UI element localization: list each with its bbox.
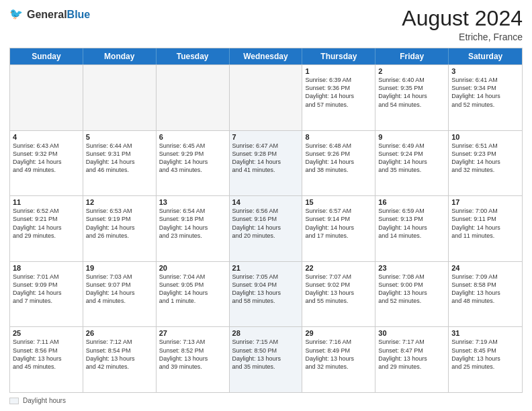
- day-number-7: 7: [232, 133, 300, 141]
- cal-week-2: 11Sunrise: 6:52 AM Sunset: 9:21 PM Dayli…: [10, 195, 522, 261]
- cal-cell-day-17: 17Sunrise: 7:00 AM Sunset: 9:11 PM Dayli…: [449, 196, 522, 261]
- cell-content-2: Sunrise: 6:40 AM Sunset: 9:35 PM Dayligh…: [378, 76, 445, 109]
- cell-content-8: Sunrise: 6:48 AM Sunset: 9:26 PM Dayligh…: [305, 142, 372, 175]
- cal-cell-day-9: 9Sunrise: 6:49 AM Sunset: 9:24 PM Daylig…: [375, 131, 449, 196]
- page: 🐦 GeneralBlue August 2024 Etriche, Franc…: [0, 0, 532, 411]
- cal-cell-day-6: 6Sunrise: 6:45 AM Sunset: 9:29 PM Daylig…: [157, 131, 230, 196]
- cal-cell-empty: [230, 65, 303, 130]
- day-number-11: 11: [13, 198, 80, 206]
- cell-content-7: Sunrise: 6:47 AM Sunset: 9:28 PM Dayligh…: [232, 142, 300, 175]
- cal-cell-day-16: 16Sunrise: 6:59 AM Sunset: 9:13 PM Dayli…: [375, 196, 449, 261]
- cell-content-9: Sunrise: 6:49 AM Sunset: 9:24 PM Dayligh…: [378, 142, 445, 175]
- day-number-1: 1: [305, 67, 372, 75]
- cal-cell-day-14: 14Sunrise: 6:56 AM Sunset: 9:16 PM Dayli…: [230, 196, 303, 261]
- cell-content-1: Sunrise: 6:39 AM Sunset: 9:36 PM Dayligh…: [305, 76, 372, 109]
- logo-bird-icon: 🐦: [9, 7, 26, 23]
- cal-header-sunday: Sunday: [10, 48, 83, 64]
- cal-header-wednesday: Wednesday: [230, 48, 303, 64]
- cal-cell-day-30: 30Sunrise: 7:17 AM Sunset: 8:47 PM Dayli…: [375, 327, 449, 392]
- day-number-18: 18: [13, 264, 80, 272]
- cell-content-25: Sunrise: 7:11 AM Sunset: 8:56 PM Dayligh…: [13, 338, 80, 371]
- cell-content-24: Sunrise: 7:09 AM Sunset: 8:58 PM Dayligh…: [451, 273, 519, 306]
- legend-label: Daylight hours: [23, 397, 66, 404]
- cal-cell-day-5: 5Sunrise: 6:44 AM Sunset: 9:31 PM Daylig…: [83, 131, 157, 196]
- cell-content-22: Sunrise: 7:07 AM Sunset: 9:02 PM Dayligh…: [305, 273, 372, 306]
- day-number-27: 27: [159, 329, 226, 337]
- header: 🐦 GeneralBlue August 2024 Etriche, Franc…: [9, 7, 523, 42]
- day-number-20: 20: [159, 264, 226, 272]
- day-number-23: 23: [378, 264, 445, 272]
- cal-cell-day-28: 28Sunrise: 7:15 AM Sunset: 8:50 PM Dayli…: [230, 327, 303, 392]
- month-year-title: August 2024: [402, 7, 523, 30]
- cal-cell-empty: [10, 65, 83, 130]
- day-number-10: 10: [451, 133, 519, 141]
- svg-text:🐦: 🐦: [9, 7, 23, 20]
- cal-header-thursday: Thursday: [302, 48, 375, 64]
- day-number-30: 30: [378, 329, 445, 337]
- cell-content-3: Sunrise: 6:41 AM Sunset: 9:34 PM Dayligh…: [451, 76, 519, 109]
- cell-content-21: Sunrise: 7:05 AM Sunset: 9:04 PM Dayligh…: [232, 273, 300, 306]
- cell-content-28: Sunrise: 7:15 AM Sunset: 8:50 PM Dayligh…: [232, 338, 300, 371]
- day-number-14: 14: [232, 198, 300, 206]
- logo: 🐦 GeneralBlue: [9, 7, 90, 23]
- cell-content-19: Sunrise: 7:03 AM Sunset: 9:07 PM Dayligh…: [86, 273, 153, 306]
- cal-cell-day-3: 3Sunrise: 6:41 AM Sunset: 9:34 PM Daylig…: [449, 65, 522, 130]
- cell-content-15: Sunrise: 6:57 AM Sunset: 9:14 PM Dayligh…: [305, 207, 372, 240]
- cal-cell-empty: [157, 65, 230, 130]
- calendar-header-row: SundayMondayTuesdayWednesdayThursdayFrid…: [10, 48, 522, 64]
- day-number-31: 31: [451, 329, 519, 337]
- cal-week-3: 18Sunrise: 7:01 AM Sunset: 9:09 PM Dayli…: [10, 261, 522, 327]
- cal-header-tuesday: Tuesday: [157, 48, 230, 64]
- title-block: August 2024 Etriche, France: [402, 7, 523, 42]
- day-number-3: 3: [451, 67, 519, 75]
- cell-content-23: Sunrise: 7:08 AM Sunset: 9:00 PM Dayligh…: [378, 273, 445, 306]
- cal-header-saturday: Saturday: [449, 48, 522, 64]
- cal-cell-day-20: 20Sunrise: 7:04 AM Sunset: 9:05 PM Dayli…: [157, 262, 230, 327]
- cal-cell-day-8: 8Sunrise: 6:48 AM Sunset: 9:26 PM Daylig…: [302, 131, 375, 196]
- cell-content-20: Sunrise: 7:04 AM Sunset: 9:05 PM Dayligh…: [159, 273, 226, 306]
- cal-cell-day-26: 26Sunrise: 7:12 AM Sunset: 8:54 PM Dayli…: [83, 327, 157, 392]
- cal-cell-day-11: 11Sunrise: 6:52 AM Sunset: 9:21 PM Dayli…: [10, 196, 83, 261]
- day-number-9: 9: [378, 133, 445, 141]
- day-number-8: 8: [305, 133, 372, 141]
- cell-content-30: Sunrise: 7:17 AM Sunset: 8:47 PM Dayligh…: [378, 338, 445, 371]
- cal-week-1: 4Sunrise: 6:43 AM Sunset: 9:32 PM Daylig…: [10, 130, 522, 196]
- calendar: SundayMondayTuesdayWednesdayThursdayFrid…: [9, 48, 523, 393]
- cell-content-10: Sunrise: 6:51 AM Sunset: 9:23 PM Dayligh…: [451, 142, 519, 175]
- cal-cell-day-4: 4Sunrise: 6:43 AM Sunset: 9:32 PM Daylig…: [10, 131, 83, 196]
- cell-content-6: Sunrise: 6:45 AM Sunset: 9:29 PM Dayligh…: [159, 142, 226, 175]
- cal-week-0: 1Sunrise: 6:39 AM Sunset: 9:36 PM Daylig…: [10, 64, 522, 130]
- cal-cell-empty: [83, 65, 157, 130]
- day-number-24: 24: [451, 264, 519, 272]
- legend-box-icon: [9, 398, 19, 404]
- cal-cell-day-15: 15Sunrise: 6:57 AM Sunset: 9:14 PM Dayli…: [302, 196, 375, 261]
- cal-cell-day-31: 31Sunrise: 7:19 AM Sunset: 8:45 PM Dayli…: [449, 327, 522, 392]
- cell-content-16: Sunrise: 6:59 AM Sunset: 9:13 PM Dayligh…: [378, 207, 445, 240]
- calendar-body: 1Sunrise: 6:39 AM Sunset: 9:36 PM Daylig…: [10, 64, 522, 392]
- cell-content-29: Sunrise: 7:16 AM Sunset: 8:49 PM Dayligh…: [305, 338, 372, 371]
- cal-cell-day-7: 7Sunrise: 6:47 AM Sunset: 9:28 PM Daylig…: [230, 131, 303, 196]
- cal-cell-day-27: 27Sunrise: 7:13 AM Sunset: 8:52 PM Dayli…: [157, 327, 230, 392]
- day-number-5: 5: [86, 133, 153, 141]
- cell-content-12: Sunrise: 6:53 AM Sunset: 9:19 PM Dayligh…: [86, 207, 153, 240]
- cal-cell-day-1: 1Sunrise: 6:39 AM Sunset: 9:36 PM Daylig…: [302, 65, 375, 130]
- cell-content-27: Sunrise: 7:13 AM Sunset: 8:52 PM Dayligh…: [159, 338, 226, 371]
- day-number-21: 21: [232, 264, 300, 272]
- day-number-16: 16: [378, 198, 445, 206]
- cal-cell-day-10: 10Sunrise: 6:51 AM Sunset: 9:23 PM Dayli…: [449, 131, 522, 196]
- day-number-25: 25: [13, 329, 80, 337]
- location-subtitle: Etriche, France: [402, 32, 523, 42]
- day-number-12: 12: [86, 198, 153, 206]
- day-number-28: 28: [232, 329, 300, 337]
- cell-content-31: Sunrise: 7:19 AM Sunset: 8:45 PM Dayligh…: [451, 338, 519, 371]
- logo-blue: Blue: [67, 9, 91, 21]
- cell-content-26: Sunrise: 7:12 AM Sunset: 8:54 PM Dayligh…: [86, 338, 153, 371]
- day-number-26: 26: [86, 329, 153, 337]
- cell-content-18: Sunrise: 7:01 AM Sunset: 9:09 PM Dayligh…: [13, 273, 80, 306]
- logo-general: General: [27, 9, 67, 21]
- day-number-6: 6: [159, 133, 226, 141]
- cal-cell-day-19: 19Sunrise: 7:03 AM Sunset: 9:07 PM Dayli…: [83, 262, 157, 327]
- cal-cell-day-22: 22Sunrise: 7:07 AM Sunset: 9:02 PM Dayli…: [302, 262, 375, 327]
- cal-header-friday: Friday: [375, 48, 449, 64]
- day-number-19: 19: [86, 264, 153, 272]
